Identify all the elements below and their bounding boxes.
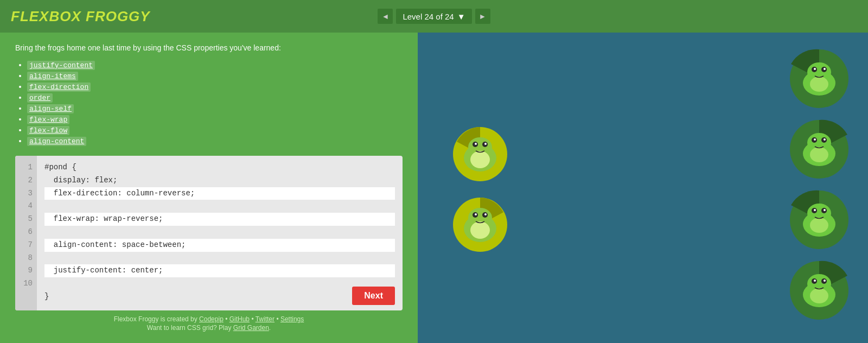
next-button[interactable]: Next [352, 287, 395, 305]
property-label: align-self [27, 104, 74, 113]
list-item: align-content [27, 136, 403, 145]
svg-point-29 [814, 138, 816, 141]
property-label: justify-content [27, 61, 95, 70]
code-content[interactable]: #pond { display: flex; flex-direction: c… [37, 156, 403, 310]
property-label: flex-direction [27, 82, 91, 92]
svg-point-6 [484, 143, 487, 145]
frog-lily-1 [450, 123, 510, 182]
footer-grid: Want to learn CSS grid? Play Grid Garden… [147, 324, 271, 332]
left-panel: Bring the frogs home one last time by us… [0, 33, 418, 343]
pond-panel [418, 33, 868, 343]
footer-credit: Flexbox Froggy is created by Codepip • G… [114, 315, 304, 323]
svg-point-30 [824, 138, 826, 141]
level-nav: ◄ Level 24 of 24 ▼ ► [378, 9, 490, 24]
svg-point-5 [475, 143, 477, 145]
svg-point-38 [824, 209, 826, 211]
app-title: Flexbox Froggy [11, 8, 150, 25]
twitter-link[interactable]: Twitter [256, 315, 275, 323]
footer-sep1: • [224, 315, 229, 323]
svg-point-46 [824, 280, 826, 282]
github-link[interactable]: GitHub [229, 315, 250, 323]
code-editor: 1 2 3 4 5 6 7 8 9 10 #pond { display: fl… [15, 156, 403, 310]
left-frogs-group [450, 123, 510, 253]
frog-svg-right-3 [787, 185, 852, 250]
code-lines-container: 1 2 3 4 5 6 7 8 9 10 #pond { display: fl… [15, 156, 403, 310]
right-frogs-group [787, 43, 852, 320]
frog-lily-right-1 [787, 43, 852, 109]
frog-svg-2 [450, 193, 510, 253]
frog-lily-right-4 [787, 255, 852, 320]
grid-garden-link[interactable]: Grid Garden [233, 324, 269, 332]
svg-point-23 [810, 77, 828, 92]
property-label: flex-flow [27, 126, 69, 135]
list-item: align-self [27, 104, 403, 113]
property-label: align-content [27, 137, 86, 146]
css-properties-list: justify-content align-items flex-directi… [15, 60, 403, 147]
svg-point-22 [824, 68, 826, 70]
property-label: flex-wrap [27, 115, 69, 124]
top-bar: Flexbox Froggy ◄ Level 24 of 24 ▼ ► [0, 0, 868, 33]
settings-link[interactable]: Settings [280, 315, 304, 323]
property-label: order [27, 93, 53, 103]
list-item: flex-wrap [27, 115, 403, 124]
next-level-button[interactable]: ► [475, 9, 490, 24]
footer-grid-suffix: . [269, 324, 271, 332]
frog-lily-right-2 [787, 114, 852, 179]
svg-point-31 [810, 147, 828, 162]
footer-credit-text: Flexbox Froggy is created by [114, 315, 199, 323]
svg-point-45 [814, 280, 816, 282]
property-label: align-items [27, 72, 78, 81]
svg-point-15 [470, 221, 490, 239]
dropdown-arrow-icon: ▼ [457, 12, 465, 21]
footer-sep2: • [250, 315, 256, 323]
codepip-link[interactable]: Codepip [199, 315, 224, 323]
list-item: align-items [27, 71, 403, 80]
frog-svg-right-1 [787, 43, 852, 109]
frog-lily-right-3 [787, 185, 852, 250]
frog-svg-right-2 [787, 114, 852, 179]
svg-point-39 [810, 218, 828, 233]
instructions-text: Bring the frogs home one last time by us… [15, 42, 403, 54]
list-item: flex-flow [27, 125, 403, 135]
footer-grid-text: Want to learn CSS grid? Play [147, 324, 233, 332]
svg-point-21 [814, 68, 816, 70]
list-item: order [27, 93, 403, 102]
level-dropdown[interactable]: Level 24 of 24 ▼ [396, 9, 471, 24]
line-numbers: 1 2 3 4 5 6 7 8 9 10 [15, 156, 37, 310]
list-item: justify-content [27, 60, 403, 69]
svg-point-13 [475, 213, 477, 215]
footer: Flexbox Froggy is created by Codepip • G… [15, 310, 403, 336]
prev-level-button[interactable]: ◄ [378, 9, 393, 24]
level-label: Level 24 of 24 [403, 12, 454, 21]
frog-svg-1 [450, 123, 510, 182]
svg-point-37 [814, 209, 816, 211]
frog-svg-right-4 [787, 255, 852, 320]
svg-point-47 [810, 288, 828, 303]
main-area: Bring the frogs home one last time by us… [0, 33, 868, 343]
frog-lily-2 [450, 193, 510, 253]
list-item: flex-direction [27, 82, 403, 91]
svg-point-7 [470, 151, 490, 168]
svg-point-14 [484, 213, 487, 215]
footer-sep3: • [275, 315, 280, 323]
